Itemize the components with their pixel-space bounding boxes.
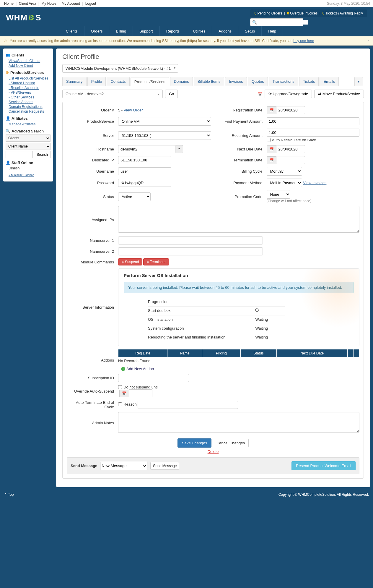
override-date[interactable]: [129, 389, 152, 397]
top-clientarea[interactable]: Client Area: [18, 1, 38, 6]
hostname-dropdown[interactable]: ▾: [175, 145, 183, 153]
sidebar-view-clients[interactable]: View/Search Clients: [6, 59, 51, 63]
products-icon: ⚙: [6, 70, 9, 75]
tab-contacts[interactable]: Contacts: [107, 77, 129, 86]
tab-quotes[interactable]: Quotes: [248, 77, 268, 86]
minimise-sidebar[interactable]: « Minimise Sidebar: [6, 173, 51, 177]
autoterm-reason[interactable]: [138, 401, 238, 409]
global-search-input[interactable]: [258, 20, 308, 25]
move-button[interactable]: ⇄ Move Product/Service: [314, 90, 364, 98]
advsearch-field[interactable]: Client Name: [6, 143, 51, 150]
view-order-link[interactable]: View Order: [124, 108, 143, 112]
sidebar-other[interactable]: - Other Services: [6, 95, 51, 100]
tab-emails[interactable]: Emails: [320, 77, 339, 86]
logo[interactable]: WHM⚙S: [6, 13, 41, 22]
regdate-input[interactable]: [276, 106, 305, 114]
suspend-button[interactable]: ⊘Suspend: [118, 258, 142, 265]
recurring-input[interactable]: [267, 129, 360, 137]
tab-transactions[interactable]: Transactions: [269, 77, 298, 86]
delete-link[interactable]: Delete: [67, 449, 359, 454]
upgrade-button[interactable]: ⟳ Upgrade/Downgrade: [265, 90, 312, 98]
server-select[interactable]: 51.158.150.108 (: [118, 131, 211, 140]
autorecalc-check[interactable]: [267, 138, 271, 142]
promo-select[interactable]: None: [267, 190, 290, 199]
adminnotes-input[interactable]: [118, 412, 359, 433]
content: Client Profile WHMCSModule Development (…: [56, 48, 370, 487]
ns2-input[interactable]: [118, 247, 263, 255]
sidebar-shared-hosting[interactable]: - Shared Hosting: [6, 81, 51, 85]
username-input[interactable]: [118, 167, 171, 175]
service-dropdown[interactable]: Online VM - demovm2: [62, 90, 163, 98]
sendmsg-button[interactable]: Send Message: [150, 462, 179, 470]
sidebar-domains[interactable]: Domain Registrations: [6, 104, 51, 109]
terminate-button[interactable]: ⊘Terminate: [143, 258, 169, 265]
top-logout[interactable]: Logout: [84, 1, 97, 6]
no-records: No Records Found: [118, 357, 359, 364]
nav-support[interactable]: Support: [133, 26, 159, 36]
sidebar-add-client[interactable]: Add New Client: [6, 63, 51, 68]
advsearch-input[interactable]: [6, 151, 33, 158]
nav-clients[interactable]: Clients: [59, 26, 84, 36]
global-search[interactable]: 🔍: [250, 18, 303, 26]
add-addon-link[interactable]: +Add New Addon: [121, 367, 359, 371]
nav-help[interactable]: Help: [261, 26, 283, 36]
tab-domains[interactable]: Domains: [170, 77, 193, 86]
dedip-input[interactable]: [118, 156, 171, 164]
hostname-input[interactable]: [118, 145, 175, 153]
billing-select[interactable]: Monthly: [267, 167, 302, 176]
firstpay-input[interactable]: [267, 117, 360, 125]
clients-icon: 👥: [6, 53, 10, 57]
sidebar-list-products[interactable]: List All Products/Services: [6, 76, 51, 81]
save-button[interactable]: Save Changes: [177, 438, 211, 448]
nav-addons[interactable]: Addons: [212, 26, 238, 36]
paymethod-select[interactable]: Mail In Payment: [267, 179, 302, 187]
termdate-input[interactable]: [276, 156, 305, 164]
assignedips-input[interactable]: [118, 206, 359, 233]
tab-tickets[interactable]: Tickets: [299, 77, 319, 86]
sidebar-addons[interactable]: Service Addons: [6, 100, 51, 104]
sidebar-affiliates[interactable]: Manage Affiliates: [6, 122, 51, 127]
client-tabs: Summary Profile Contacts Products/Servic…: [62, 77, 364, 86]
client-selector[interactable]: WHMCSModule Development (WHMCSModule Net…: [62, 64, 178, 73]
ns1-input[interactable]: [118, 237, 263, 244]
nav-billing[interactable]: Billing: [109, 26, 133, 36]
cancel-button[interactable]: Cancel Changes: [213, 439, 249, 447]
nav-reports[interactable]: Reports: [159, 26, 186, 36]
staff-name: Dinesh: [6, 166, 51, 170]
sidebar-cancellations[interactable]: Cancellation Requests: [6, 109, 51, 114]
autoterm-check[interactable]: [118, 402, 122, 406]
back-to-top[interactable]: ⌃ Top: [4, 493, 14, 497]
copyright: Copyright © WHMCompleteSolution. All Rig…: [278, 493, 369, 497]
top-home[interactable]: Home: [3, 1, 15, 6]
product-select[interactable]: Online VM: [118, 117, 211, 126]
go-button[interactable]: Go: [165, 90, 178, 98]
ssl-warning: ⚠ You are currently accessing the admin …: [0, 36, 373, 46]
override-check[interactable]: [118, 385, 122, 389]
subid-input[interactable]: [118, 374, 189, 382]
tab-invoices[interactable]: Invoices: [225, 77, 247, 86]
sidebar-vps[interactable]: - VPS/Servers: [6, 90, 51, 95]
advsearch-type[interactable]: Clients: [6, 135, 51, 142]
password-input[interactable]: [118, 179, 171, 187]
nav-utilities[interactable]: Utilities: [186, 26, 212, 36]
status-select[interactable]: Active: [118, 192, 151, 201]
tab-profile[interactable]: Profile: [87, 77, 106, 86]
close-warning[interactable]: ×: [367, 39, 369, 43]
tab-more[interactable]: ▾: [354, 77, 363, 86]
nav-orders[interactable]: Orders: [84, 26, 109, 36]
pending-bar[interactable]: 0 Pending Orders | 0 Overdue Invoices | …: [250, 9, 367, 17]
sidebar-reseller[interactable]: - Reseller Accounts: [6, 85, 51, 90]
top-myaccount[interactable]: My Account: [61, 1, 81, 6]
sendmsg-select[interactable]: New Message: [100, 462, 147, 470]
plus-icon: +: [121, 367, 125, 371]
nextdue-input[interactable]: [276, 145, 305, 153]
advsearch-button[interactable]: Search: [34, 151, 51, 158]
nav-setup[interactable]: Setup: [238, 26, 261, 36]
buy-ssl-link[interactable]: buy one here: [293, 39, 314, 43]
tab-summary[interactable]: Summary: [62, 77, 87, 86]
tab-billable[interactable]: Billable Items: [194, 77, 224, 86]
top-mynotes[interactable]: My Notes: [40, 1, 58, 6]
tab-products[interactable]: Products/Services: [131, 77, 169, 86]
view-invoices-link[interactable]: View Invoices: [303, 181, 326, 185]
resend-welcome-button[interactable]: Resend Product Welcome Email: [291, 461, 356, 470]
